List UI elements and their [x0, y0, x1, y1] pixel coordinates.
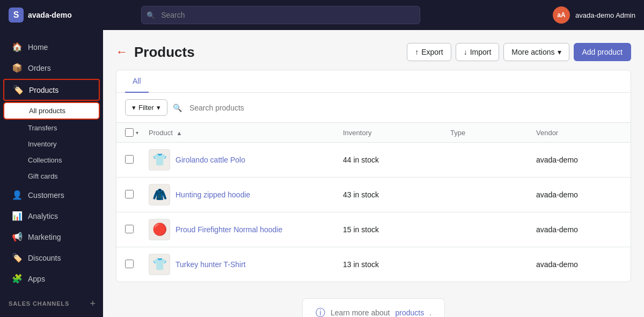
learn-more-link[interactable]: products	[395, 308, 424, 317]
sidebar-item-label: Marketing	[28, 233, 61, 241]
import-button[interactable]: ↓ Import	[456, 43, 500, 61]
search-products-input[interactable]	[187, 100, 622, 115]
product-col: 👕 Turkey hunter T-Shirt	[149, 254, 343, 275]
stock-value: 44 in stock	[343, 156, 379, 164]
table-row: 🔴 Proud Firefighter Normal hoodie 15 in …	[116, 212, 631, 247]
header-product-col[interactable]: Product ▲	[149, 129, 343, 137]
username-label: avada-demo Admin	[575, 11, 635, 19]
chevron-down-icon: ▾	[558, 48, 561, 56]
sidebar-item-home[interactable]: 🏠 Home	[3, 37, 100, 57]
sidebar-sub-item-collections[interactable]: Collections	[3, 152, 100, 168]
info-icon: ⓘ	[316, 306, 325, 317]
sidebar: 🏠 Home 📦 Orders 🏷️ Products All products…	[0, 30, 103, 317]
select-all-checkbox[interactable]	[125, 128, 134, 137]
product-thumbnail: 👕	[149, 149, 170, 171]
topnav-right: aA avada-demo Admin	[553, 6, 635, 24]
header-vendor-col: Vendor	[536, 129, 622, 137]
inventory-col: 43 in stock	[343, 190, 450, 199]
vendor-value: avada-demo	[536, 156, 578, 164]
product-col: 🧥 Hunting zipped hoodie	[149, 184, 343, 205]
row-checkbox-col	[125, 260, 149, 270]
sidebar-item-products[interactable]: 🏷️ Products	[3, 79, 100, 101]
filter-button[interactable]: ▾ Filter ▾	[125, 99, 167, 116]
page-title: Products	[134, 44, 195, 61]
vendor-col: avada-demo	[536, 260, 622, 269]
learn-more-text: Learn more about	[331, 308, 390, 317]
sidebar-sub-item-all-products[interactable]: All products	[3, 102, 100, 120]
product-thumbnail: 🔴	[149, 219, 170, 240]
product-name-link[interactable]: Girolando cattle Polo	[175, 156, 245, 164]
analytics-icon: 📊	[12, 211, 23, 221]
learn-more-section: ⓘ Learn more about products .	[116, 282, 631, 317]
sidebar-item-label: Home	[28, 43, 48, 51]
store-logo[interactable]: S avada-demo	[9, 8, 72, 23]
vendor-value: avada-demo	[536, 260, 578, 269]
filters-bar: ▾ Filter ▾ 🔍	[116, 93, 631, 123]
global-search-input[interactable]	[141, 6, 420, 24]
add-sales-channel-button[interactable]: +	[87, 298, 98, 309]
product-col: 👕 Girolando cattle Polo	[149, 149, 343, 171]
import-icon: ↓	[464, 48, 467, 56]
sidebar-item-orders[interactable]: 📦 Orders	[3, 58, 100, 78]
marketing-icon: 📢	[12, 232, 23, 242]
layout: 🏠 Home 📦 Orders 🏷️ Products All products…	[0, 30, 644, 317]
inventory-col: 15 in stock	[343, 225, 450, 234]
vendor-value: avada-demo	[536, 190, 578, 199]
products-submenu: All products Transfers Inventory Collect…	[0, 101, 103, 185]
sidebar-item-apps[interactable]: 🧩 Apps	[3, 269, 100, 289]
tab-all[interactable]: All	[125, 70, 149, 93]
row-checkbox-col	[125, 155, 149, 165]
more-actions-button[interactable]: More actions ▾	[503, 43, 569, 61]
sales-channels-label: SALES CHANNELS	[9, 300, 69, 307]
sidebar-item-label: Apps	[28, 275, 45, 283]
row-checkbox-col	[125, 225, 149, 235]
vendor-col: avada-demo	[536, 225, 622, 234]
product-name-link[interactable]: Hunting zipped hoodie	[175, 190, 250, 199]
inventory-col: 13 in stock	[343, 260, 450, 269]
export-icon: ↑	[415, 48, 419, 56]
sidebar-item-discounts[interactable]: 🏷️ Discounts	[3, 248, 100, 268]
main-content: ← Products ↑ Export ↓ Import More action…	[103, 30, 644, 317]
product-name-link[interactable]: Proud Firefighter Normal hoodie	[175, 225, 282, 234]
select-dropdown-button[interactable]: ▾	[135, 130, 140, 136]
products-card: All ▾ Filter ▾ 🔍 ▾	[116, 70, 631, 282]
sidebar-item-online-store[interactable]: 🌐 Online Store 👁	[3, 312, 100, 317]
add-product-button[interactable]: Add product	[574, 43, 632, 61]
topnav: S avada-demo aA avada-demo Admin	[0, 0, 644, 30]
table-row: 🧥 Hunting zipped hoodie 43 in stock avad…	[116, 178, 631, 212]
sidebar-item-label: Discounts	[28, 254, 61, 262]
sidebar-item-customers[interactable]: 👤 Customers	[3, 185, 100, 205]
row-checkbox[interactable]	[125, 190, 134, 198]
sidebar-item-analytics[interactable]: 📊 Analytics	[3, 206, 100, 226]
row-checkbox[interactable]	[125, 155, 134, 164]
table-row: 👕 Girolando cattle Polo 44 in stock avad…	[116, 143, 631, 178]
apps-icon: 🧩	[12, 274, 23, 284]
sales-channels-header: SALES CHANNELS +	[0, 296, 103, 312]
sidebar-item-label: Customers	[28, 191, 64, 200]
sidebar-sub-item-gift-cards[interactable]: Gift cards	[3, 168, 100, 184]
row-checkbox[interactable]	[125, 260, 134, 268]
product-name-link[interactable]: Turkey hunter T-Shirt	[175, 260, 246, 269]
page-header: ← Products ↑ Export ↓ Import More action…	[116, 43, 631, 61]
header-type-col: Type	[450, 129, 536, 137]
stock-value: 13 in stock	[343, 260, 379, 269]
table-header: ▾ Product ▲ Inventory Type Vendor	[116, 123, 631, 143]
sidebar-item-marketing[interactable]: 📢 Marketing	[3, 227, 100, 247]
row-checkbox[interactable]	[125, 225, 134, 233]
stock-value: 43 in stock	[343, 190, 379, 199]
sidebar-sub-item-transfers[interactable]: Transfers	[3, 120, 100, 136]
avatar[interactable]: aA	[553, 6, 570, 24]
tabs: All	[116, 70, 631, 93]
row-checkbox-col	[125, 190, 149, 200]
export-button[interactable]: ↑ Export	[407, 43, 451, 61]
header-inventory-col: Inventory	[343, 129, 450, 137]
red-arrow-annotation: ←	[116, 45, 128, 59]
sidebar-item-label: Orders	[28, 64, 51, 72]
sidebar-item-label: Products	[29, 86, 58, 94]
inventory-col: 44 in stock	[343, 156, 450, 164]
filter-chevron-icon: ▾	[157, 104, 160, 112]
learn-more-box: ⓘ Learn more about products .	[302, 298, 445, 317]
sidebar-sub-item-inventory[interactable]: Inventory	[3, 136, 100, 152]
vendor-col: avada-demo	[536, 190, 622, 199]
sort-icon: ▲	[176, 130, 182, 136]
